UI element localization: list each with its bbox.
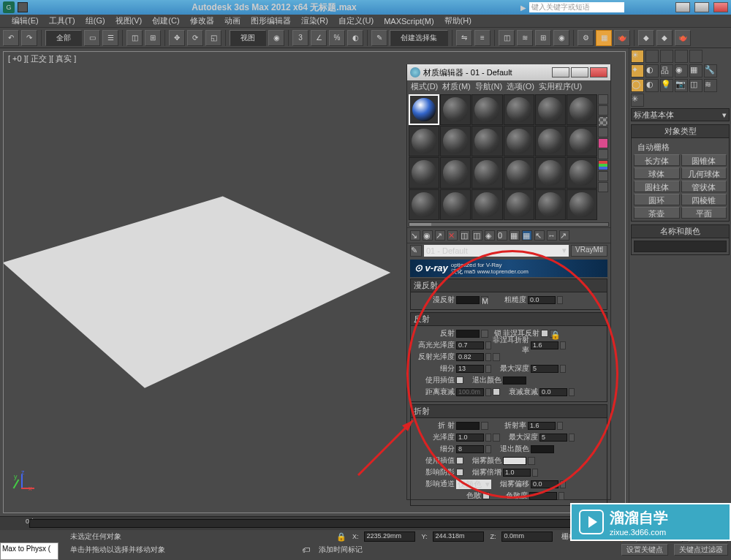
menu-modifiers[interactable]: 修改器 (186, 15, 219, 26)
subdiv2-value[interactable]: 8 (456, 445, 484, 453)
spinner[interactable] (485, 365, 491, 373)
me-maximize-button[interactable] (571, 67, 588, 77)
rgloss-value[interactable]: 0.82 (456, 353, 484, 361)
material-slot[interactable] (504, 94, 534, 125)
setkey-button[interactable]: 设置关键点 (621, 544, 668, 556)
selection-filter-dropdown[interactable]: 全部 (45, 30, 82, 46)
addtag-label[interactable]: 添加时间标记 (316, 545, 366, 555)
tool-icon[interactable] (689, 50, 702, 63)
refract-color[interactable] (456, 422, 480, 430)
ior-value[interactable]: 1.6 (528, 422, 556, 430)
dim-checkbox[interactable] (493, 388, 500, 396)
diffuse-map[interactable]: M (481, 296, 488, 304)
scene-box-object[interactable] (3, 196, 390, 387)
material-slot[interactable] (409, 189, 439, 220)
hgloss-value[interactable]: 0.7 (456, 341, 484, 349)
tool-icon[interactable] (675, 50, 688, 63)
sample-uv-icon[interactable] (598, 127, 608, 137)
spinner[interactable] (532, 469, 538, 477)
show-in-vp-icon[interactable]: ▦ (510, 230, 520, 241)
fresnel-ior-value[interactable]: 1.6 (531, 341, 558, 349)
interp-checkbox[interactable] (456, 377, 463, 384)
material-slot-1[interactable] (409, 94, 439, 125)
roughness-value[interactable]: 0.0 (528, 296, 556, 304)
material-slot[interactable] (567, 189, 597, 220)
spinner-snap-icon[interactable]: ◐ (347, 30, 363, 46)
geometry-type-dropdown[interactable]: 标准基本体▾ (631, 108, 730, 121)
material-slot[interactable] (535, 189, 566, 220)
maxd2-value[interactable]: 5 (539, 434, 567, 442)
backlight-icon[interactable] (598, 105, 608, 116)
assign-icon[interactable]: ↗ (435, 230, 445, 241)
menu-customize[interactable]: 自定义(U) (334, 15, 378, 26)
utilities-tab-icon[interactable]: 🔧 (704, 64, 717, 77)
teapot-icon[interactable]: 🫖 (675, 30, 691, 46)
keyfilter-button[interactable]: 关键点过滤器 (674, 544, 728, 556)
me-menu-options[interactable]: 选项(O) (505, 81, 536, 92)
material-slot[interactable] (440, 189, 471, 220)
material-type-button[interactable]: VRayMtl (571, 245, 607, 257)
me-menu-utilities[interactable]: 实用程序(U) (537, 81, 583, 92)
sphere-button[interactable]: 球体 (634, 167, 680, 179)
tool-icon[interactable] (660, 50, 673, 63)
material-slot[interactable] (567, 126, 597, 156)
dim-value[interactable]: 100.0m (456, 388, 484, 396)
material-slot[interactable] (535, 126, 566, 156)
display-tab-icon[interactable]: ▦ (689, 64, 702, 77)
material-slot[interactable] (440, 94, 471, 125)
reflect-map[interactable] (481, 330, 488, 338)
shadow-checkbox[interactable] (456, 469, 463, 476)
tool-icon[interactable] (645, 50, 659, 63)
mirror-icon[interactable]: ⇋ (456, 30, 472, 46)
sun-icon[interactable]: ☀ (631, 50, 644, 63)
menu-edit[interactable]: 编辑(E) (7, 15, 43, 26)
material-slot[interactable] (409, 126, 439, 156)
fogmult-value[interactable]: 1.0 (503, 469, 531, 477)
menu-grapheditors[interactable]: 图形编辑器 (246, 15, 295, 26)
dimfall-value[interactable]: 0.0 (539, 388, 567, 396)
z-coord[interactable]: 0.0mm (501, 531, 553, 542)
align-icon[interactable]: ≡ (474, 30, 491, 46)
name-color-rollout[interactable]: 名称和颜色 (631, 224, 730, 238)
options-icon[interactable] (598, 160, 608, 170)
material-slot[interactable] (471, 94, 502, 125)
material-slot[interactable] (535, 157, 566, 188)
show-end-icon[interactable]: ▦ (522, 230, 532, 241)
lock-icon[interactable]: 🔒 (336, 532, 346, 542)
refract-map[interactable] (481, 422, 488, 430)
material-slot[interactable] (504, 126, 534, 156)
select-name-icon[interactable]: ☰ (102, 30, 118, 46)
reflect-group-title[interactable]: 反射 (410, 312, 607, 326)
select-region-icon[interactable]: ◫ (126, 30, 143, 46)
material-slot[interactable] (471, 157, 502, 188)
video-color-icon[interactable] (598, 138, 608, 148)
dispn-value[interactable] (529, 492, 557, 500)
refcoord-dropdown[interactable]: 视图 (230, 30, 266, 46)
plane-button[interactable]: 平面 (681, 207, 727, 219)
maxdepth-value[interactable]: 5 (531, 365, 558, 373)
spinner[interactable] (560, 365, 566, 373)
snap-icon[interactable]: 3 (292, 30, 308, 46)
me-minimize-button[interactable] (552, 67, 569, 77)
select-icon[interactable]: ▭ (84, 30, 100, 46)
shapes-icon[interactable]: ◐ (645, 79, 659, 92)
redo-icon[interactable]: ↷ (21, 30, 37, 46)
put-to-scene-icon[interactable]: ◉ (423, 230, 433, 241)
pivot-icon[interactable]: ◉ (268, 30, 284, 46)
box-button[interactable]: 长方体 (634, 154, 680, 166)
helpers-icon[interactable]: ◫ (689, 79, 702, 92)
afchan-dropdown[interactable]: 仅颜色▾ (456, 480, 491, 489)
material-slot[interactable] (471, 189, 502, 220)
material-slot[interactable] (440, 157, 471, 188)
gloss-value[interactable]: 1.0 (456, 434, 484, 442)
make-preview-icon[interactable] (598, 149, 608, 159)
refract-group-title[interactable]: 折射 (410, 404, 607, 418)
material-slot[interactable] (440, 126, 471, 156)
color-swatch[interactable] (634, 241, 727, 252)
render-icon[interactable]: 🫖 (614, 30, 630, 46)
gloss-map[interactable] (493, 434, 500, 442)
material-slot[interactable] (504, 157, 534, 188)
go-sibling-icon[interactable]: ↔ (547, 230, 557, 241)
disp-checkbox[interactable] (482, 492, 490, 499)
spinner[interactable] (557, 422, 563, 430)
